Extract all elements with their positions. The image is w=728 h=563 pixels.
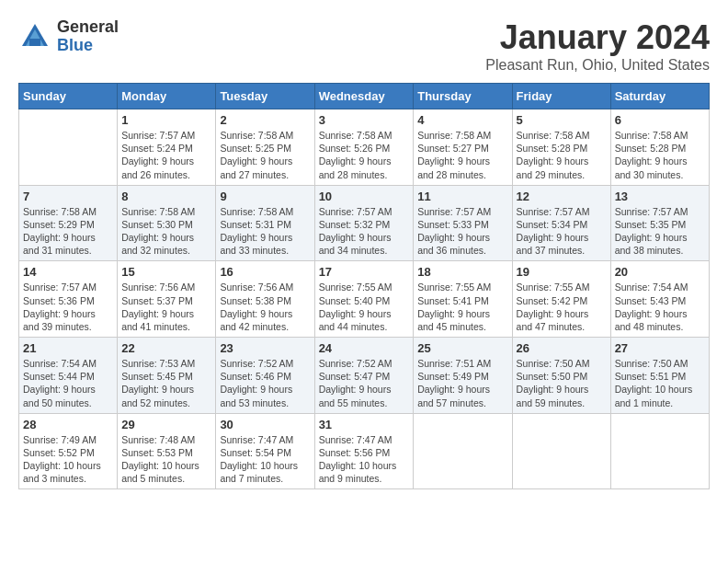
calendar-cell <box>610 413 709 489</box>
calendar-week-row: 7Sunrise: 7:58 AM Sunset: 5:29 PM Daylig… <box>19 185 710 261</box>
day-info: Sunrise: 7:47 AM Sunset: 5:54 PM Dayligh… <box>220 433 310 486</box>
calendar-cell: 17Sunrise: 7:55 AM Sunset: 5:40 PM Dayli… <box>314 261 414 338</box>
day-info: Sunrise: 7:58 AM Sunset: 5:28 PM Dayligh… <box>517 129 607 181</box>
day-number: 22 <box>121 341 211 355</box>
day-info: Sunrise: 7:57 AM Sunset: 5:36 PM Dayligh… <box>23 281 113 333</box>
day-info: Sunrise: 7:56 AM Sunset: 5:37 PM Dayligh… <box>121 281 211 333</box>
header-day: Friday <box>512 84 610 109</box>
calendar-cell: 7Sunrise: 7:58 AM Sunset: 5:29 PM Daylig… <box>19 185 118 261</box>
logo-general-text: General <box>57 18 119 37</box>
day-info: Sunrise: 7:49 AM Sunset: 5:52 PM Dayligh… <box>23 433 113 486</box>
day-info: Sunrise: 7:57 AM Sunset: 5:33 PM Dayligh… <box>417 205 507 258</box>
calendar-header: SundayMondayTuesdayWednesdayThursdayFrid… <box>19 84 710 109</box>
day-number: 18 <box>417 265 507 279</box>
calendar-cell: 5Sunrise: 7:58 AM Sunset: 5:28 PM Daylig… <box>512 109 610 186</box>
calendar-cell: 26Sunrise: 7:50 AM Sunset: 5:50 PM Dayli… <box>512 338 610 414</box>
day-number: 27 <box>615 341 705 355</box>
calendar-cell: 28Sunrise: 7:49 AM Sunset: 5:52 PM Dayli… <box>19 413 118 489</box>
day-number: 30 <box>220 418 310 431</box>
calendar-body: 1Sunrise: 7:57 AM Sunset: 5:24 PM Daylig… <box>19 109 710 489</box>
logo: General Blue <box>18 18 119 55</box>
calendar-cell <box>19 109 118 186</box>
calendar-week-row: 14Sunrise: 7:57 AM Sunset: 5:36 PM Dayli… <box>19 261 710 338</box>
calendar-cell: 31Sunrise: 7:47 AM Sunset: 5:56 PM Dayli… <box>314 413 414 489</box>
day-number: 19 <box>517 265 607 279</box>
calendar-cell: 29Sunrise: 7:48 AM Sunset: 5:53 PM Dayli… <box>118 413 216 489</box>
calendar-cell: 25Sunrise: 7:51 AM Sunset: 5:49 PM Dayli… <box>414 338 512 414</box>
calendar-week-row: 21Sunrise: 7:54 AM Sunset: 5:44 PM Dayli… <box>19 338 710 414</box>
calendar-cell: 14Sunrise: 7:57 AM Sunset: 5:36 PM Dayli… <box>19 261 118 338</box>
calendar-cell: 22Sunrise: 7:53 AM Sunset: 5:45 PM Dayli… <box>118 338 216 414</box>
day-number: 20 <box>615 265 705 279</box>
header-day: Saturday <box>610 84 709 109</box>
header-row: SundayMondayTuesdayWednesdayThursdayFrid… <box>19 84 710 109</box>
calendar-cell: 16Sunrise: 7:56 AM Sunset: 5:38 PM Dayli… <box>216 261 314 338</box>
calendar-cell: 12Sunrise: 7:57 AM Sunset: 5:34 PM Dayli… <box>512 185 610 261</box>
day-info: Sunrise: 7:58 AM Sunset: 5:29 PM Dayligh… <box>23 205 113 258</box>
day-number: 4 <box>417 113 507 127</box>
day-info: Sunrise: 7:50 AM Sunset: 5:51 PM Dayligh… <box>615 357 705 409</box>
header-day: Thursday <box>414 84 512 109</box>
calendar-week-row: 28Sunrise: 7:49 AM Sunset: 5:52 PM Dayli… <box>19 413 710 489</box>
day-number: 16 <box>220 265 310 279</box>
day-info: Sunrise: 7:55 AM Sunset: 5:42 PM Dayligh… <box>517 281 607 333</box>
logo-icon <box>18 20 51 53</box>
calendar-cell: 24Sunrise: 7:52 AM Sunset: 5:47 PM Dayli… <box>314 338 414 414</box>
calendar-cell: 13Sunrise: 7:57 AM Sunset: 5:35 PM Dayli… <box>610 185 709 261</box>
day-number: 21 <box>23 341 113 355</box>
day-number: 2 <box>220 113 310 127</box>
day-info: Sunrise: 7:57 AM Sunset: 5:24 PM Dayligh… <box>121 129 211 181</box>
calendar-cell: 19Sunrise: 7:55 AM Sunset: 5:42 PM Dayli… <box>512 261 610 338</box>
day-info: Sunrise: 7:57 AM Sunset: 5:34 PM Dayligh… <box>517 205 607 258</box>
day-number: 23 <box>220 341 310 355</box>
day-number: 1 <box>121 113 211 127</box>
day-number: 3 <box>319 113 410 127</box>
day-info: Sunrise: 7:47 AM Sunset: 5:56 PM Dayligh… <box>319 433 410 486</box>
day-info: Sunrise: 7:55 AM Sunset: 5:41 PM Dayligh… <box>417 281 507 333</box>
day-info: Sunrise: 7:58 AM Sunset: 5:25 PM Dayligh… <box>220 129 310 181</box>
calendar-cell: 3Sunrise: 7:58 AM Sunset: 5:26 PM Daylig… <box>314 109 414 186</box>
month-title: January 2024 <box>485 18 710 57</box>
calendar-cell: 10Sunrise: 7:57 AM Sunset: 5:32 PM Dayli… <box>314 185 414 261</box>
calendar-cell <box>414 413 512 489</box>
calendar-cell: 4Sunrise: 7:58 AM Sunset: 5:27 PM Daylig… <box>414 109 512 186</box>
header-day: Sunday <box>19 84 118 109</box>
day-info: Sunrise: 7:58 AM Sunset: 5:27 PM Dayligh… <box>417 129 507 181</box>
day-number: 15 <box>121 265 211 279</box>
day-info: Sunrise: 7:58 AM Sunset: 5:30 PM Dayligh… <box>121 205 211 258</box>
calendar-cell: 11Sunrise: 7:57 AM Sunset: 5:33 PM Dayli… <box>414 185 512 261</box>
header-day: Tuesday <box>216 84 314 109</box>
day-number: 25 <box>417 341 507 355</box>
day-number: 29 <box>121 418 211 431</box>
day-number: 28 <box>23 418 113 431</box>
day-number: 14 <box>23 265 113 279</box>
day-number: 24 <box>319 341 410 355</box>
calendar-cell <box>512 413 610 489</box>
day-info: Sunrise: 7:55 AM Sunset: 5:40 PM Dayligh… <box>319 281 410 333</box>
location: Pleasant Run, Ohio, United States <box>485 57 710 74</box>
day-number: 5 <box>517 113 607 127</box>
day-info: Sunrise: 7:50 AM Sunset: 5:50 PM Dayligh… <box>517 357 607 409</box>
calendar-cell: 9Sunrise: 7:58 AM Sunset: 5:31 PM Daylig… <box>216 185 314 261</box>
day-info: Sunrise: 7:58 AM Sunset: 5:28 PM Dayligh… <box>615 129 705 181</box>
header-day: Wednesday <box>314 84 414 109</box>
day-info: Sunrise: 7:52 AM Sunset: 5:46 PM Dayligh… <box>220 357 310 409</box>
calendar-table: SundayMondayTuesdayWednesdayThursdayFrid… <box>18 83 710 489</box>
day-info: Sunrise: 7:51 AM Sunset: 5:49 PM Dayligh… <box>417 357 507 409</box>
calendar-cell: 27Sunrise: 7:50 AM Sunset: 5:51 PM Dayli… <box>610 338 709 414</box>
day-number: 7 <box>23 190 113 203</box>
calendar-cell: 2Sunrise: 7:58 AM Sunset: 5:25 PM Daylig… <box>216 109 314 186</box>
calendar-cell: 8Sunrise: 7:58 AM Sunset: 5:30 PM Daylig… <box>118 185 216 261</box>
calendar-cell: 30Sunrise: 7:47 AM Sunset: 5:54 PM Dayli… <box>216 413 314 489</box>
calendar-week-row: 1Sunrise: 7:57 AM Sunset: 5:24 PM Daylig… <box>19 109 710 186</box>
page-header: General Blue January 2024 Pleasant Run, … <box>18 18 710 74</box>
calendar-cell: 21Sunrise: 7:54 AM Sunset: 5:44 PM Dayli… <box>19 338 118 414</box>
calendar-cell: 15Sunrise: 7:56 AM Sunset: 5:37 PM Dayli… <box>118 261 216 338</box>
day-number: 17 <box>319 265 410 279</box>
day-number: 31 <box>319 418 410 431</box>
day-info: Sunrise: 7:54 AM Sunset: 5:43 PM Dayligh… <box>615 281 705 333</box>
day-info: Sunrise: 7:57 AM Sunset: 5:32 PM Dayligh… <box>319 205 410 258</box>
calendar-cell: 20Sunrise: 7:54 AM Sunset: 5:43 PM Dayli… <box>610 261 709 338</box>
day-number: 6 <box>615 113 705 127</box>
day-info: Sunrise: 7:48 AM Sunset: 5:53 PM Dayligh… <box>121 433 211 486</box>
